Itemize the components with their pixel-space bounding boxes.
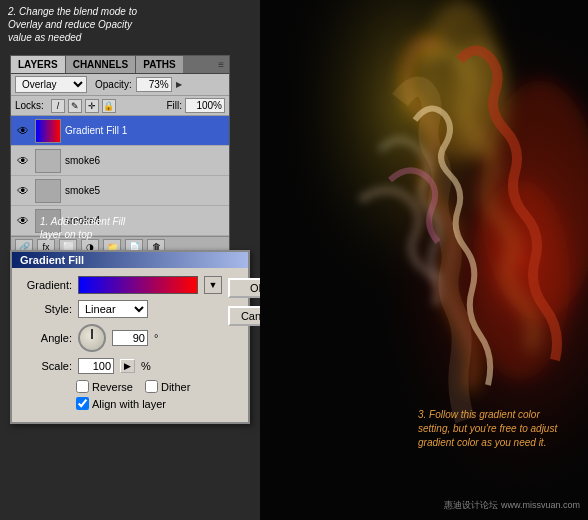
align-checkbox-label: Align with layer: [76, 397, 166, 410]
dialog-body: Gradient: ▼ Style: Linear Angle:: [12, 268, 248, 422]
layer-row-gradient[interactable]: 👁 Gradient Fill 1: [11, 116, 229, 146]
annotation-top: 2. Change the blend mode to Overlay and …: [8, 5, 228, 44]
watermark: 惠迪设计论坛 www.missvuan.com: [444, 499, 580, 512]
checkbox-row-2: Align with layer: [22, 397, 222, 410]
align-checkbox[interactable]: [76, 397, 89, 410]
layer-thumb-gradient: [35, 119, 61, 143]
checkbox-row-1: Reverse Dither: [22, 380, 222, 393]
scale-row: Scale: ▶ %: [22, 358, 222, 374]
opacity-input[interactable]: [136, 77, 172, 92]
scale-input[interactable]: [78, 358, 114, 374]
scale-arrow-button[interactable]: ▶: [120, 359, 135, 373]
dither-checkbox[interactable]: [145, 380, 158, 393]
layers-menu-icon[interactable]: ≡: [213, 57, 229, 72]
style-dropdown[interactable]: Linear: [78, 300, 148, 318]
percent-symbol: %: [141, 360, 151, 372]
tab-layers[interactable]: LAYERS: [11, 56, 66, 73]
annotation-bottom: 1. Add Gradient Fill layer on top: [40, 215, 125, 241]
tab-paths[interactable]: PATHS: [136, 56, 182, 73]
layers-tabs: LAYERS CHANNELS PATHS ≡: [11, 56, 229, 74]
tab-channels[interactable]: CHANNELS: [66, 56, 137, 73]
layer-row-smoke5[interactable]: 👁 smoke5: [11, 176, 229, 206]
opacity-arrow[interactable]: ▶: [176, 80, 182, 89]
layer-thumb-smoke6: [35, 149, 61, 173]
layer-name-smoke6: smoke6: [65, 155, 225, 166]
angle-knob[interactable]: [78, 324, 106, 352]
gradient-preview[interactable]: [78, 276, 198, 294]
blend-opacity-row: Overlay Opacity: ▶: [11, 74, 229, 96]
angle-label: Angle:: [22, 332, 72, 344]
blend-mode-dropdown[interactable]: Overlay: [15, 76, 87, 93]
lock-image-icon[interactable]: ✎: [68, 99, 82, 113]
gradient-dropdown-button[interactable]: ▼: [204, 276, 222, 294]
opacity-label: Opacity:: [95, 79, 132, 90]
fill-label: Fill:: [166, 100, 182, 111]
angle-row: Angle: °: [22, 324, 222, 352]
style-label: Style:: [22, 303, 72, 315]
gradient-dialog: Gradient Fill Gradient: ▼ Style: Linear: [10, 250, 250, 424]
layer-visibility-smoke4[interactable]: 👁: [15, 213, 31, 229]
scale-label: Scale:: [22, 360, 72, 372]
reverse-checkbox[interactable]: [76, 380, 89, 393]
reverse-checkbox-label: Reverse: [76, 380, 133, 393]
lock-transparent-icon[interactable]: /: [51, 99, 65, 113]
locks-row: Locks: / ✎ ✛ 🔒 Fill:: [11, 96, 229, 116]
dither-checkbox-label: Dither: [145, 380, 190, 393]
degree-symbol: °: [154, 332, 158, 344]
layer-name-gradient: Gradient Fill 1: [65, 125, 225, 136]
layer-visibility-gradient[interactable]: 👁: [15, 123, 31, 139]
locks-label: Locks:: [15, 100, 44, 111]
layer-thumb-smoke5: [35, 179, 61, 203]
dialog-title: Gradient Fill: [12, 252, 248, 268]
layer-name-smoke5: smoke5: [65, 185, 225, 196]
right-panel: 3. Follow this gradient color setting, b…: [260, 0, 588, 520]
lock-position-icon[interactable]: ✛: [85, 99, 99, 113]
lock-all-icon[interactable]: 🔒: [102, 99, 116, 113]
angle-knob-indicator: [91, 329, 93, 339]
fill-input[interactable]: [185, 98, 225, 113]
style-row: Style: Linear: [22, 300, 222, 318]
annotation-right: 3. Follow this gradient color setting, b…: [418, 408, 578, 450]
layer-row-smoke6[interactable]: 👁 smoke6: [11, 146, 229, 176]
layer-visibility-smoke5[interactable]: 👁: [15, 183, 31, 199]
gradient-label: Gradient:: [22, 279, 72, 291]
angle-input[interactable]: [112, 330, 148, 346]
layer-visibility-smoke6[interactable]: 👁: [15, 153, 31, 169]
gradient-row: Gradient: ▼: [22, 276, 222, 294]
